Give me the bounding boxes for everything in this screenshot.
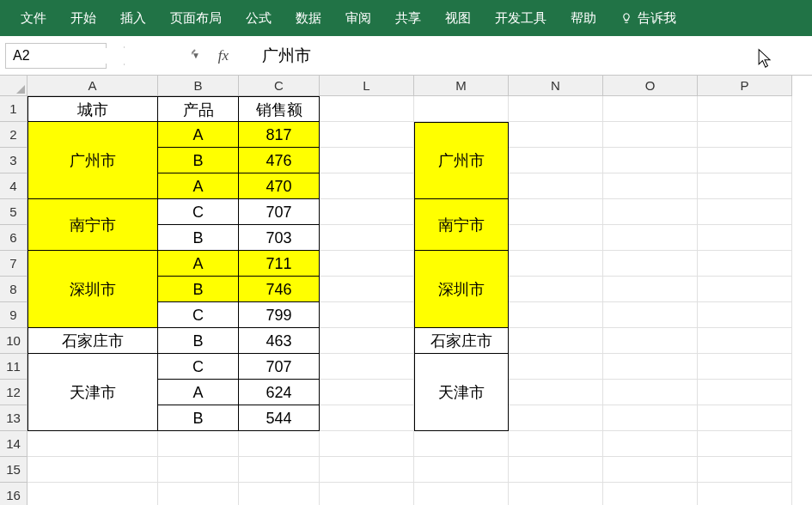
- cell[interactable]: A: [158, 122, 239, 148]
- cell[interactable]: [320, 354, 414, 380]
- select-all-corner[interactable]: [0, 76, 27, 96]
- cell[interactable]: [509, 483, 603, 505]
- cell[interactable]: [320, 277, 414, 302]
- cell[interactable]: 817: [239, 122, 320, 148]
- cell[interactable]: [320, 431, 414, 457]
- cell[interactable]: [509, 225, 603, 251]
- cell[interactable]: [27, 431, 158, 457]
- cell[interactable]: 746: [239, 277, 320, 302]
- ribbon-tab[interactable]: 审阅: [333, 2, 383, 35]
- row-header[interactable]: 12: [0, 380, 27, 405]
- cell[interactable]: [603, 380, 698, 405]
- name-box[interactable]: ▼: [5, 43, 107, 69]
- merged-city-cell-left[interactable]: 天津市: [27, 354, 158, 431]
- cell[interactable]: [603, 302, 698, 328]
- ribbon-tab[interactable]: 视图: [433, 2, 483, 35]
- cell[interactable]: [509, 122, 603, 148]
- cell[interactable]: [603, 199, 698, 225]
- cell[interactable]: [509, 328, 603, 354]
- cell[interactable]: [603, 354, 698, 380]
- cell[interactable]: [509, 277, 603, 302]
- cell[interactable]: 476: [239, 148, 320, 173]
- cell[interactable]: [509, 173, 603, 199]
- cell[interactable]: [414, 431, 509, 457]
- cell[interactable]: [603, 457, 698, 483]
- ribbon-tab[interactable]: 文件: [9, 2, 58, 35]
- cell[interactable]: [509, 354, 603, 380]
- cell[interactable]: 石家庄市: [27, 328, 158, 354]
- cell[interactable]: [239, 431, 320, 457]
- cell[interactable]: [603, 405, 698, 431]
- cell[interactable]: [698, 251, 792, 277]
- cell[interactable]: [603, 225, 698, 251]
- cell[interactable]: [698, 225, 792, 251]
- cell[interactable]: C: [158, 354, 239, 380]
- cell[interactable]: A: [158, 173, 239, 199]
- column-header[interactable]: L: [320, 76, 414, 96]
- row-header[interactable]: 5: [0, 199, 27, 225]
- cell[interactable]: [698, 173, 792, 199]
- cell[interactable]: 707: [239, 354, 320, 380]
- cell[interactable]: 799: [239, 302, 320, 328]
- cell[interactable]: [509, 380, 603, 405]
- column-header[interactable]: A: [27, 76, 158, 96]
- merged-city-cell-left[interactable]: 南宁市: [27, 199, 158, 251]
- row-header[interactable]: 7: [0, 251, 27, 277]
- cell[interactable]: 463: [239, 328, 320, 354]
- merged-city-cell-right[interactable]: 广州市: [414, 122, 509, 199]
- merged-city-cell-left[interactable]: 深圳市: [27, 251, 158, 328]
- cell[interactable]: [603, 328, 698, 354]
- column-header[interactable]: M: [414, 76, 509, 96]
- cell[interactable]: [320, 173, 414, 199]
- merged-city-cell-right[interactable]: 南宁市: [414, 199, 509, 251]
- cell[interactable]: [698, 148, 792, 173]
- row-header[interactable]: 15: [0, 457, 27, 483]
- ribbon-tab[interactable]: 共享: [383, 2, 433, 35]
- cell[interactable]: [158, 483, 239, 505]
- cell[interactable]: [27, 483, 158, 505]
- cell[interactable]: [239, 483, 320, 505]
- chevron-down-icon[interactable]: ▼: [192, 51, 200, 60]
- cell[interactable]: B: [158, 225, 239, 251]
- cell[interactable]: [158, 457, 239, 483]
- cell[interactable]: [698, 96, 792, 122]
- row-header[interactable]: 9: [0, 302, 27, 328]
- cell[interactable]: 产品: [158, 96, 239, 122]
- cell[interactable]: [509, 302, 603, 328]
- row-header[interactable]: 8: [0, 277, 27, 302]
- cell[interactable]: [158, 431, 239, 457]
- cell[interactable]: 707: [239, 199, 320, 225]
- row-header[interactable]: 1: [0, 96, 27, 122]
- cell[interactable]: [698, 328, 792, 354]
- cell[interactable]: [320, 148, 414, 173]
- ribbon-tab[interactable]: 开发工具: [483, 2, 559, 35]
- cell[interactable]: [320, 457, 414, 483]
- cell[interactable]: [698, 483, 792, 505]
- cell[interactable]: [698, 405, 792, 431]
- cell[interactable]: [509, 96, 603, 122]
- cell[interactable]: [603, 96, 698, 122]
- column-header[interactable]: N: [509, 76, 603, 96]
- cell[interactable]: [603, 148, 698, 173]
- cell[interactable]: [320, 328, 414, 354]
- cell[interactable]: [320, 122, 414, 148]
- cell[interactable]: [509, 251, 603, 277]
- merged-city-cell-right[interactable]: 天津市: [414, 354, 509, 431]
- ribbon-tab[interactable]: 数据: [284, 2, 333, 35]
- cell[interactable]: [320, 96, 414, 122]
- cell[interactable]: [698, 199, 792, 225]
- ribbon-tab[interactable]: 开始: [58, 2, 108, 35]
- cell[interactable]: [509, 405, 603, 431]
- cell[interactable]: [509, 431, 603, 457]
- column-header[interactable]: P: [698, 76, 792, 96]
- row-header[interactable]: 11: [0, 354, 27, 380]
- cell[interactable]: [27, 457, 158, 483]
- cell[interactable]: B: [158, 328, 239, 354]
- cell[interactable]: A: [158, 380, 239, 405]
- cell[interactable]: [414, 457, 509, 483]
- cell[interactable]: [414, 483, 509, 505]
- cell[interactable]: B: [158, 148, 239, 173]
- cell[interactable]: [414, 96, 509, 122]
- cell[interactable]: A: [158, 251, 239, 277]
- row-header[interactable]: 10: [0, 328, 27, 354]
